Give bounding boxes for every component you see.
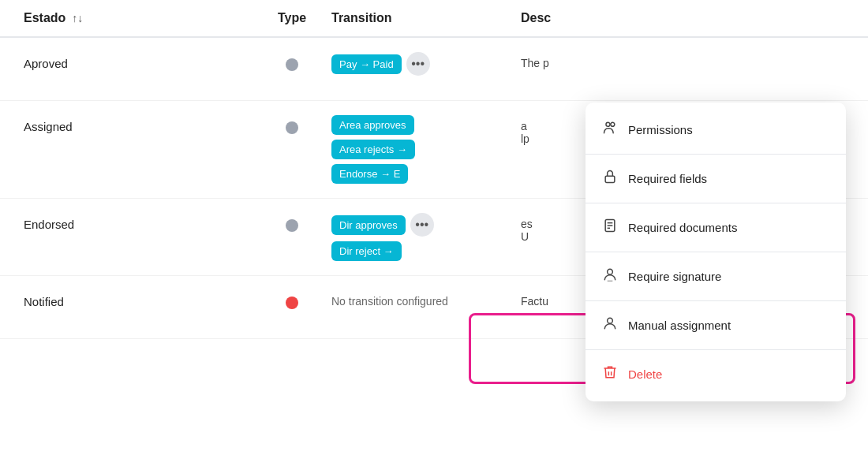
row-transition-assigned: Area approves Area rejects → Endorse → E [331, 115, 521, 184]
header-transition: Transition [331, 11, 521, 25]
row-transition-aproved: Pay → Paid ••• [331, 52, 521, 76]
divider [586, 300, 846, 301]
divider [586, 349, 846, 350]
table-container: Estado ↑↓ Type Transition Desc Aproved P… [0, 0, 868, 470]
header-estado-label: Estado [24, 11, 65, 25]
transition-pill-dir-approves[interactable]: Dir approves [331, 215, 406, 235]
type-dot-endorsed [286, 219, 298, 232]
divider [586, 154, 846, 155]
required-fields-label: Required fields [628, 172, 707, 185]
pill-row: Pay → Paid ••• [331, 52, 430, 76]
no-transition-label: No transition configured [331, 290, 448, 308]
dropdown-item-require-signature[interactable]: Require signature [586, 256, 846, 297]
row-desc-aproved: The p [521, 52, 868, 69]
row-transition-notified: No transition configured [331, 290, 521, 308]
row-type-aproved [253, 52, 331, 71]
document-icon [601, 218, 619, 237]
header-estado: Estado ↑↓ [24, 11, 253, 25]
sort-icon[interactable]: ↑↓ [72, 12, 83, 24]
row-estado-assigned: Assigned [24, 115, 253, 133]
divider [586, 252, 846, 252]
trash-icon [601, 364, 619, 384]
row-type-notified [253, 290, 331, 309]
svg-point-9 [608, 318, 613, 323]
required-documents-label: Required documents [628, 221, 737, 234]
row-estado-notified: Notified [24, 290, 253, 308]
dropdown-item-permissions[interactable]: Permissions [586, 109, 846, 151]
svg-point-0 [606, 122, 610, 126]
svg-point-7 [608, 269, 613, 274]
transition-pill-area-approves[interactable]: Area approves [331, 115, 414, 135]
more-button-aproved[interactable]: ••• [406, 52, 430, 76]
row-estado-endorsed: Endorsed [24, 213, 253, 231]
row-type-endorsed [253, 213, 331, 232]
dropdown-item-required-fields[interactable]: Required fields [586, 158, 846, 200]
dropdown-item-delete[interactable]: Delete [586, 353, 846, 395]
permissions-label: Permissions [628, 123, 693, 136]
table-row: Aproved Pay → Paid ••• The p [0, 38, 868, 101]
svg-rect-2 [605, 176, 615, 182]
transition-pill-endorse[interactable]: Endorse → E [331, 164, 408, 184]
permissions-icon [601, 120, 619, 140]
transition-pill[interactable]: Pay → Paid [331, 54, 402, 74]
dropdown-menu: Permissions Required fields [586, 103, 846, 401]
signature-icon [601, 267, 619, 286]
type-dot-aproved [286, 58, 298, 71]
header-desc: Desc [521, 11, 868, 25]
transition-pill-dir-reject[interactable]: Dir reject → [331, 241, 402, 261]
row-type-assigned [253, 115, 331, 134]
table-header: Estado ↑↓ Type Transition Desc [0, 0, 868, 38]
dropdown-item-manual-assignment[interactable]: Manual assignment [586, 304, 846, 346]
svg-point-1 [611, 122, 615, 126]
row-transition-endorsed: Dir approves ••• Dir reject → [331, 213, 521, 261]
delete-label: Delete [628, 367, 662, 381]
more-button-endorsed[interactable]: ••• [410, 213, 434, 237]
divider [586, 203, 846, 203]
row-estado-aproved: Aproved [24, 52, 253, 70]
pill-row-dir: Dir approves ••• [331, 213, 434, 237]
dropdown-item-required-documents[interactable]: Required documents [586, 207, 846, 248]
manual-assignment-label: Manual assignment [628, 319, 731, 332]
type-dot-assigned [286, 121, 298, 134]
require-signature-label: Require signature [628, 270, 721, 283]
header-type: Type [253, 11, 331, 25]
type-dot-notified [286, 297, 298, 309]
transition-pill-area-rejects[interactable]: Area rejects → [331, 140, 415, 159]
person-icon [601, 315, 619, 335]
lock-icon [601, 169, 619, 188]
